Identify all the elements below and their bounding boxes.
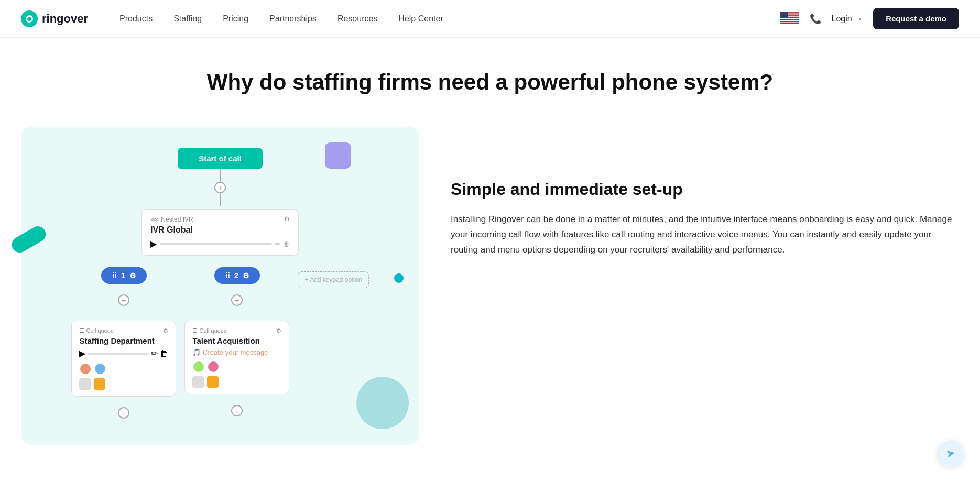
chat-bubble[interactable]: ➤ (937, 440, 964, 467)
branch-2-bottom-add[interactable]: + (231, 405, 243, 416)
branch-2-settings[interactable]: ⚙ (243, 271, 249, 280)
branch-2-card-title: Talent Acquisition (192, 336, 281, 345)
branch-2-header: ⠿ 2 ⚙ (214, 267, 260, 284)
flow-line-2 (220, 193, 221, 206)
card-icon-2 (94, 378, 105, 390)
svg-rect-13 (780, 23, 799, 24)
ivr-box: ⋘ Nested IVR ⚙ IVR Global ▶ ✏ 🗑 (141, 209, 299, 256)
avatar-2 (94, 363, 106, 375)
progress-bar (160, 243, 272, 245)
play-icon[interactable]: ▶ (150, 239, 157, 249)
create-message[interactable]: 🎵 Create your message (192, 348, 281, 356)
section-title: Simple and immediate set-up (451, 179, 959, 199)
nav-right: 📞 Login → Request a demo (780, 8, 959, 29)
svg-rect-14 (780, 12, 788, 18)
branch-1-icons (79, 378, 168, 390)
branch-1-avatars (79, 363, 168, 375)
svg-rect-8 (780, 18, 799, 19)
branches-row: ⠿ 1 ⚙ + ☰ Call queue ⚙ Staffing (71, 267, 368, 419)
start-of-call: Start of call (178, 148, 263, 169)
nav-pricing[interactable]: Pricing (223, 14, 248, 24)
logo-icon (21, 10, 38, 27)
logo-text: ringover (42, 12, 88, 26)
section-body: Installing Ringover can be done in a mat… (451, 212, 959, 258)
connector-line-3 (124, 397, 124, 407)
card-icon-3 (192, 376, 204, 388)
avatar-3 (192, 360, 205, 373)
branch-1-card-header: ☰ Call queue (79, 327, 114, 334)
flow-line-1 (220, 169, 221, 182)
connector-line-4 (237, 284, 237, 294)
card-icon-1 (79, 378, 91, 390)
branch-1-card: ☰ Call queue ⚙ Staffing Department ▶ ✏ 🗑 (71, 321, 176, 397)
nav-resources[interactable]: Resources (337, 14, 377, 24)
demo-button[interactable]: Request a demo (873, 8, 959, 29)
ivr-nested-label: ⋘ Nested IVR (150, 216, 193, 223)
svg-rect-12 (780, 22, 799, 23)
branch-1-edit[interactable]: ✏ (151, 348, 158, 358)
branch-1: ⠿ 1 ⚙ + ☰ Call queue ⚙ Staffing (71, 267, 176, 419)
delete-icon[interactable]: 🗑 (284, 240, 290, 248)
branch-1-settings[interactable]: ⚙ (129, 271, 136, 280)
branch-2-card: ☰ Call queue ⚙ Talent Acquisition 🎵 Crea… (184, 321, 289, 394)
branch-1-bottom-add[interactable]: + (118, 407, 129, 419)
nav-help-center[interactable]: Help Center (398, 14, 443, 24)
branch-2-icons (192, 376, 281, 388)
connector-line-5 (237, 306, 237, 316)
card-icon-4 (207, 376, 219, 388)
main-content: Why do staffing firms need a powerful ph… (0, 38, 980, 466)
branch-1-grid-icon: ⠿ (112, 271, 117, 280)
ivr-playbar: ▶ ✏ 🗑 (150, 239, 290, 249)
call-routing-link[interactable]: call routing (612, 229, 655, 239)
branch-1-header: ⠿ 1 ⚙ (101, 267, 147, 284)
branch-2-number: 2 (234, 271, 238, 280)
connector-line-2 (124, 306, 124, 316)
avatar-1 (79, 363, 92, 375)
nav-links: Products Staffing Pricing Partnerships R… (119, 14, 780, 24)
content-area: Start of call + ⋘ Nested IVR ⚙ IVR Globa… (21, 127, 959, 445)
page-title: Why do staffing firms need a powerful ph… (21, 69, 959, 95)
nav-products[interactable]: Products (119, 14, 153, 24)
logo[interactable]: ringover (21, 10, 88, 27)
login-link[interactable]: Login → (832, 14, 863, 24)
branch-2-add[interactable]: + (231, 294, 243, 306)
edit-icon[interactable]: ✏ (275, 240, 280, 248)
branch-1-card-settings[interactable]: ⚙ (163, 327, 168, 334)
branch-1-add[interactable]: + (118, 294, 129, 306)
phone-icon[interactable]: 📞 (810, 13, 821, 25)
branch-2: ⠿ 2 ⚙ + ☰ Call queue ⚙ Talent Ac (184, 267, 289, 416)
nav-partnerships[interactable]: Partnerships (269, 14, 317, 24)
add-keypad-container: + Add keypad option (298, 271, 368, 288)
body-text-1: Installing (451, 214, 488, 224)
svg-rect-9 (780, 19, 799, 20)
add-keypad-button[interactable]: + Add keypad option (298, 271, 368, 288)
branch-1-progress (88, 353, 149, 355)
branch-2-grid-icon: ⠿ (225, 271, 230, 280)
body-text-3: and (655, 229, 674, 239)
connector-line-1 (124, 284, 124, 294)
diagram-container: Start of call + ⋘ Nested IVR ⚙ IVR Globa… (21, 127, 419, 445)
connector-line-6 (237, 394, 237, 405)
branch-1-card-title: Staffing Department (79, 336, 168, 345)
branch-2-card-settings[interactable]: ⚙ (276, 327, 281, 334)
nav-staffing[interactable]: Staffing (173, 14, 202, 24)
branch-2-card-header: ☰ Call queue (192, 327, 227, 334)
ringover-link[interactable]: Ringover (488, 214, 524, 224)
ivr-settings-icon[interactable]: ⚙ (284, 216, 290, 223)
navbar: ringover Products Staffing Pricing Partn… (0, 0, 980, 38)
branch-2-avatars (192, 360, 281, 373)
branch-1-play[interactable]: ▶ (79, 348, 85, 358)
chat-bubble-icon: ➤ (945, 446, 956, 462)
svg-rect-10 (780, 20, 799, 21)
add-step-1[interactable]: + (214, 182, 226, 193)
ivr-title: IVR Global (150, 225, 290, 235)
avatar-4 (207, 360, 220, 373)
flag-icon[interactable] (780, 12, 799, 26)
voice-menus-link[interactable]: interactive voice menus (674, 229, 768, 239)
svg-rect-11 (780, 21, 799, 22)
branch-1-playbar: ▶ ✏ 🗑 (79, 348, 168, 358)
call-flow-diagram: Start of call + ⋘ Nested IVR ⚙ IVR Globa… (42, 148, 398, 419)
branch-1-number: 1 (121, 271, 125, 280)
branch-1-delete[interactable]: 🗑 (160, 349, 168, 358)
right-content: Simple and immediate set-up Installing R… (451, 127, 959, 257)
